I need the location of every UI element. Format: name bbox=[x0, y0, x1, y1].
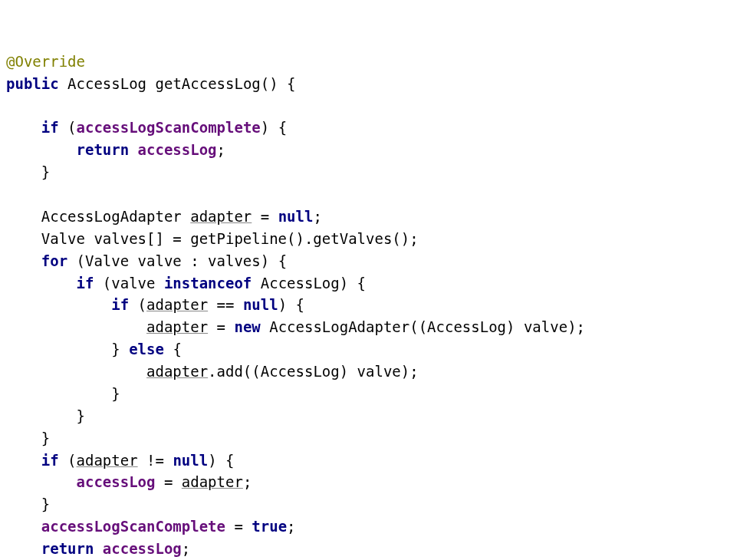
kw-instanceof: instanceof bbox=[164, 275, 252, 292]
method-name: getAccessLog bbox=[156, 75, 261, 92]
kw-new: new bbox=[234, 318, 260, 335]
text: ; bbox=[243, 473, 252, 490]
brace: } bbox=[111, 385, 120, 402]
text: ; bbox=[182, 540, 190, 557]
text: ( bbox=[59, 452, 77, 469]
kw-null: null bbox=[243, 296, 278, 313]
local-var: adapter bbox=[77, 452, 138, 469]
kw-if: if bbox=[41, 452, 59, 469]
text: ) { bbox=[261, 119, 287, 136]
text: (Valve valve : valves) { bbox=[67, 252, 287, 269]
kw-for: for bbox=[41, 252, 67, 269]
text: ; bbox=[313, 208, 321, 225]
text: == bbox=[208, 296, 243, 313]
text bbox=[146, 75, 155, 92]
text: AccessLogAdapter bbox=[41, 208, 190, 225]
text: = bbox=[225, 518, 252, 535]
field-ref: accessLog bbox=[138, 141, 217, 158]
text bbox=[59, 75, 67, 92]
local-var: adapter bbox=[146, 363, 208, 380]
text: .add((AccessLog) valve); bbox=[208, 363, 419, 380]
kw-public: public bbox=[6, 75, 59, 92]
field-ref: accessLog bbox=[77, 473, 156, 490]
text: AccessLog) { bbox=[252, 275, 366, 292]
kw-null: null bbox=[173, 452, 208, 469]
text: } bbox=[111, 341, 129, 357]
text: ) { bbox=[278, 296, 304, 313]
code-block: @Override public AccessLog getAccessLog(… bbox=[6, 51, 724, 560]
text: = bbox=[252, 208, 278, 225]
text: = bbox=[208, 318, 234, 335]
annotation: @Override bbox=[6, 53, 85, 70]
text: () bbox=[261, 75, 278, 92]
local-var: adapter bbox=[190, 208, 252, 225]
brace: } bbox=[41, 496, 50, 512]
text: ) { bbox=[208, 452, 234, 469]
kw-if: if bbox=[111, 296, 129, 313]
text: AccessLogAdapter((AccessLog) valve); bbox=[261, 318, 585, 335]
kw-return: return bbox=[41, 540, 94, 557]
text: Valve valves[] = getPipeline().getValves… bbox=[41, 230, 419, 247]
text: { bbox=[164, 341, 182, 357]
local-var: adapter bbox=[146, 296, 208, 313]
local-var: adapter bbox=[182, 473, 243, 490]
text: (valve bbox=[94, 275, 164, 292]
brace: } bbox=[77, 407, 85, 424]
kw-return: return bbox=[77, 141, 130, 158]
text: ( bbox=[59, 119, 77, 136]
brace: } bbox=[41, 163, 50, 180]
kw-null: null bbox=[278, 208, 314, 225]
local-var: adapter bbox=[146, 318, 208, 335]
kw-else: else bbox=[129, 341, 164, 357]
text: ; bbox=[217, 141, 225, 158]
brace: } bbox=[41, 430, 50, 446]
field-ref: accessLog bbox=[103, 540, 182, 557]
kw-if: if bbox=[41, 119, 59, 136]
field-ref: accessLogScanComplete bbox=[77, 119, 261, 136]
text: != bbox=[138, 452, 173, 469]
text bbox=[129, 141, 137, 158]
field-ref: accessLogScanComplete bbox=[41, 518, 225, 535]
kw-if: if bbox=[77, 275, 94, 292]
text bbox=[94, 540, 102, 557]
text: ( bbox=[129, 296, 146, 313]
return-type: AccessLog bbox=[67, 75, 146, 92]
text: ; bbox=[287, 518, 295, 535]
text: { bbox=[278, 75, 296, 92]
kw-true: true bbox=[252, 518, 287, 535]
text: = bbox=[155, 473, 181, 490]
